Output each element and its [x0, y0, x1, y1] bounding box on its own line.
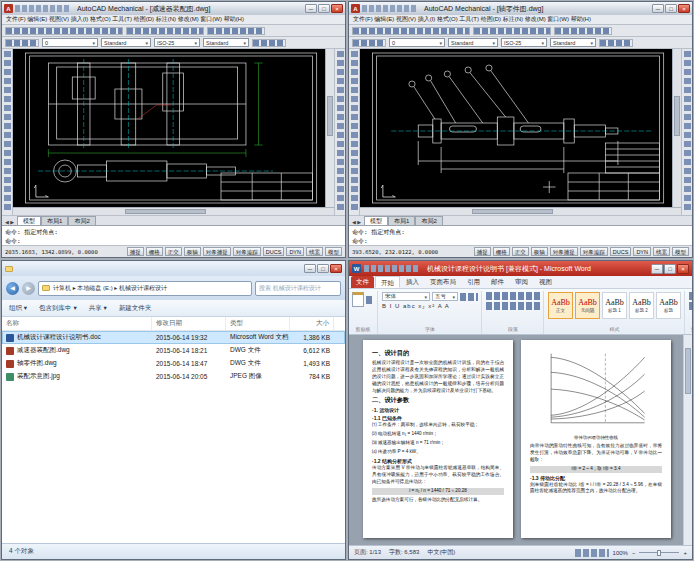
back-button[interactable]: ◀ [6, 282, 19, 295]
tab-model[interactable]: 模型 [364, 216, 388, 225]
command-line[interactable]: 命令: 指定对角点: 命令: [349, 225, 692, 245]
tab-page-layout[interactable]: 页面布局 [425, 276, 461, 288]
close-button[interactable]: × [330, 264, 342, 273]
find-button[interactable] [689, 292, 692, 300]
quick-access-toolbar[interactable] [15, 5, 71, 12]
address-bar[interactable]: 计算机 ▸ 本地磁盘 (E:) ▸ 机械设计课程设计 [38, 281, 252, 296]
zoom-level[interactable]: 100% [613, 550, 628, 556]
grow-shrink-font-buttons[interactable] [460, 293, 478, 301]
vertical-scrollbar[interactable] [325, 49, 334, 207]
toggle-snap[interactable]: 捕捉 [474, 247, 491, 256]
zoom-slider[interactable] [639, 549, 679, 557]
tab-review[interactable]: 审阅 [510, 276, 533, 288]
toggle-osnap[interactable]: 对象捕捉 [203, 247, 231, 256]
column-name[interactable]: 名称 [2, 317, 152, 330]
font-format-buttons[interactable]: B I U abc x₂ x² A A [382, 303, 450, 309]
modify-toolbar[interactable] [334, 49, 345, 215]
toggle-dyn[interactable]: DYN [633, 247, 651, 256]
zoom-out-button[interactable]: − [632, 550, 636, 556]
organize-button[interactable]: 组织 ▾ [9, 304, 27, 313]
toggle-lineweight[interactable]: 线宽 [306, 247, 323, 256]
toggle-osnap[interactable]: 对象捕捉 [550, 247, 578, 256]
search-input[interactable] [255, 281, 341, 296]
clipboard-buttons[interactable] [366, 296, 374, 304]
alignment-buttons[interactable] [486, 302, 540, 310]
toggle-ducs[interactable]: DUCS [610, 247, 632, 256]
style-heading1[interactable]: AaBb标题 1 [602, 292, 627, 319]
modify-toolbar[interactable] [681, 49, 692, 215]
dim-style-dropdown[interactable]: ISO-25 [501, 38, 547, 47]
toggle-model-space[interactable]: 模型 [325, 247, 342, 256]
cad-canvas[interactable] [13, 49, 325, 207]
language-indicator[interactable]: 中文(中国) [427, 548, 455, 557]
text-style-dropdown[interactable]: Standard [203, 38, 249, 47]
quick-access-toolbar[interactable] [364, 265, 420, 272]
titlebar[interactable]: ─ □ × [2, 261, 345, 276]
file-row[interactable]: 轴零件图.dwg 2015-06-14 18:47 DWG 文件 1,493 K… [2, 357, 345, 370]
toggle-ortho[interactable]: 正交 [165, 247, 182, 256]
toolbar-icon-strip[interactable] [252, 39, 286, 47]
maximize-button[interactable]: □ [317, 264, 329, 273]
toolbar-icon-strip[interactable] [207, 27, 265, 35]
minimize-button[interactable]: ─ [652, 4, 664, 13]
tab-insert[interactable]: 插入 [401, 276, 424, 288]
titlebar[interactable]: A AutoCAD Mechanical - [轴零件图.dwg] ─ □ × [349, 2, 692, 15]
text-style-dropdown[interactable]: Standard [550, 38, 596, 47]
tab-model[interactable]: 模型 [17, 216, 41, 225]
maximize-button[interactable]: □ [318, 4, 330, 13]
toggle-otrack[interactable]: 对象追踪 [233, 247, 261, 256]
column-size[interactable]: 大小 [290, 317, 334, 330]
toggle-lineweight[interactable]: 线宽 [653, 247, 670, 256]
tab-references[interactable]: 引用 [462, 276, 485, 288]
toggle-grid[interactable]: 栅格 [146, 247, 163, 256]
toggle-ducs[interactable]: DUCS [263, 247, 285, 256]
close-button[interactable]: × [331, 4, 343, 13]
style-title[interactable]: AaBb标题 [656, 292, 681, 319]
document-area[interactable]: 一、设计目的 机械设计课程设计是一次较全面的机械设计训练，目的在于综合运用机械设… [349, 335, 692, 545]
tab-home[interactable]: 开始 [375, 276, 400, 288]
style-normal[interactable]: AaBb正文 [548, 292, 573, 319]
command-input-line[interactable]: 命令: [352, 236, 689, 245]
maximize-button[interactable]: □ [664, 264, 676, 274]
file-row[interactable]: 减速器装配图.dwg 2015-06-14 18:21 DWG 文件 6,612… [2, 344, 345, 357]
tab-layout1[interactable]: 布局1 [41, 216, 68, 225]
toggle-polar[interactable]: 极轴 [184, 247, 201, 256]
minimize-button[interactable]: ─ [651, 264, 663, 274]
font-name-select[interactable]: 宋体 [382, 292, 430, 301]
layer-dropdown[interactable]: 0 [389, 38, 445, 47]
tab-layout1[interactable]: 布局1 [388, 216, 415, 225]
toggle-ortho[interactable]: 正交 [512, 247, 529, 256]
list-indent-buttons[interactable] [486, 292, 540, 300]
empty-list-area[interactable] [2, 383, 345, 543]
document-page-left[interactable]: 一、设计目的 机械设计课程设计是一次较全面的机械设计训练，目的在于综合运用机械设… [363, 340, 513, 538]
minimize-button[interactable]: ─ [305, 4, 317, 13]
tab-view[interactable]: 视图 [534, 276, 557, 288]
toolbar-icon-strip[interactable] [352, 39, 386, 47]
toolbar-icon-strip[interactable] [473, 27, 551, 35]
page-indicator[interactable]: 页面: 1/13 [354, 548, 381, 557]
column-date-modified[interactable]: 修改日期 [152, 317, 226, 330]
toggle-polar[interactable]: 极轴 [531, 247, 548, 256]
command-line[interactable]: 命令: 指定对角点: 命令: [2, 225, 345, 245]
draw-toolbar[interactable] [2, 49, 13, 215]
file-row[interactable]: 装配示意图.jpg 2015-06-14 20:05 JPEG 图像 784 K… [2, 370, 345, 383]
horizontal-scrollbar[interactable] [360, 207, 681, 215]
document-page-right[interactable]: 带传动的滑动特性曲线 由带传动的滑动特性曲线可知，当有效拉力超过临界值时，带将发… [521, 340, 671, 538]
toggle-dyn[interactable]: DYN [286, 247, 304, 256]
command-input-line[interactable]: 命令: [5, 236, 342, 245]
close-button[interactable]: × [678, 4, 690, 13]
minimize-button[interactable]: ─ [304, 264, 316, 273]
tab-file[interactable]: 文件 [351, 276, 374, 288]
view-switcher-buttons[interactable] [575, 549, 609, 557]
toggle-grid[interactable]: 栅格 [493, 247, 510, 256]
toggle-model-space[interactable]: 模型 [672, 247, 689, 256]
column-type[interactable]: 类型 [226, 317, 290, 330]
toggle-snap[interactable]: 捕捉 [127, 247, 144, 256]
toolbar-icon-strip[interactable] [126, 27, 204, 35]
tab-mailings[interactable]: 邮件 [486, 276, 509, 288]
paste-button[interactable] [352, 292, 364, 307]
vertical-scrollbar[interactable] [672, 49, 681, 207]
titlebar[interactable]: W 机械设计课程设计说明书 [兼容模式] - Microsoft Word ─ … [349, 261, 692, 276]
toolbar-icon-strip[interactable] [599, 39, 633, 47]
toolbar-icon-strip[interactable] [352, 27, 470, 35]
